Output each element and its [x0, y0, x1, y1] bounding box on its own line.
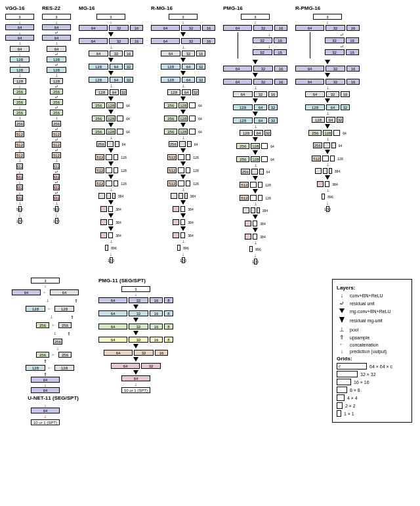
grid-2-icon [337, 402, 343, 409]
rpmg-title: R-PMG-16 [295, 5, 320, 11]
residual-legend-icon: ⤾ [337, 300, 347, 306]
grid-64-icon: c [337, 363, 367, 369]
pmg-column: PMG-16 3 ↓ 643216 ↓3216↓3216 643216 6432… [223, 5, 287, 264]
upsample-icon: ⇑ [74, 299, 78, 303]
legend-layers-title: Layers: [337, 285, 408, 291]
conv-legend-icon: ↓ [337, 292, 347, 299]
resmg-arrow [180, 32, 186, 37]
pool-icon: ⊥ [18, 41, 22, 45]
vgg-title: VGG-16 [5, 5, 24, 11]
grid-1-icon [337, 410, 341, 417]
mg-title: MG-16 [79, 5, 94, 11]
unet-title: U-NET-11 (SEG/SPT) [28, 395, 79, 401]
conv-arrow: ↓ [18, 20, 21, 24]
mgconv-legend-icon [337, 308, 347, 315]
res-column: RES-22 3 ↓ 64 ⤾ 64 ⊥ 64 ⤾ 128 ⤾ 128 ⊥ 12… [42, 5, 71, 224]
legend-box: Layers: ↓conv+BN+ReLU ⤾residual unit mg-… [332, 279, 412, 423]
grid-16-icon [337, 379, 351, 385]
mg-column: MG-16 3 ↓ 643216 643216 ⊥ 643216 1286432… [79, 5, 143, 263]
resmg-legend-icon [337, 316, 347, 325]
unet-output: 10 or 1 (SPT) [31, 419, 60, 425]
pmg11-output: 10 or 1 (SPT) [121, 387, 150, 393]
upsample-legend-icon: ⇑ [337, 334, 347, 341]
mg-arrow [108, 32, 114, 37]
pool-legend-icon: ⊥ [337, 326, 347, 333]
res-title: RES-22 [42, 5, 60, 11]
rmg-title: R-MG-16 [151, 5, 173, 11]
prediction-arrow: ↓ [18, 212, 22, 218]
input-block: 3 [5, 14, 34, 20]
architecture-diagram: VGG-16 3 ↓ 64 ↓ 64 ⊥ 64 ↓ 128 ↓ 128 ⊥ 12… [5, 5, 415, 425]
output-block: 100 [18, 218, 22, 224]
grid-4-icon [337, 394, 345, 401]
legend-grids-title: Grids: [337, 356, 408, 362]
vgg-column: VGG-16 3 ↓ 64 ↓ 64 ⊥ 64 ↓ 128 ↓ 128 ⊥ 12… [5, 5, 34, 224]
concat-icon: ⇠ [43, 290, 47, 295]
rpmg-column: R-PMG-16 3 ↓ 643216 ⤾3216⤾3216 643216 64… [295, 5, 360, 212]
pmg-title: PMG-16 [223, 5, 243, 11]
unet-column: 3 ↓ 64⇠64 ⊥⇑ 128⇠128 ⊥⇑ 256⇠256 ⊥⇑ 256 ↓… [12, 278, 79, 425]
rmg-column: R-MG-16 3 ↓ 643216 643216 ⊥ 643216 12864… [151, 5, 215, 263]
pmg11-column: PMG-11 (SEG/SPT) 3 ↓ 6432168 6432168 643… [98, 278, 173, 393]
conv-block: 64 [5, 24, 34, 30]
grid-8-icon [337, 387, 347, 393]
pmg11-title: PMG-11 (SEG/SPT) [98, 278, 146, 284]
concat-legend-icon: ⇠ [337, 342, 347, 347]
pred-legend-icon: ↓ [337, 348, 347, 354]
grid-32-icon [337, 371, 358, 377]
